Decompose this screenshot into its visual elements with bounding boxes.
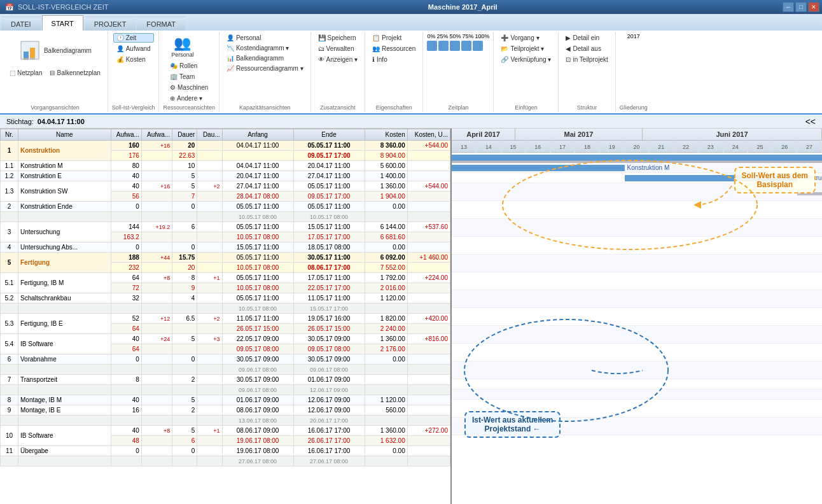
aufwand-button[interactable]: 👤 Aufwand	[113, 44, 154, 53]
minimize-btn[interactable]: ─	[783, 2, 794, 12]
table-row: 11 Übergabe 0 0 19.06.17 08:00 16.06.17 …	[1, 446, 450, 456]
gantt-row: Konstruktion E	[452, 173, 822, 183]
balkennetzplan-button[interactable]: ⊟ Balkennetzplan	[46, 68, 103, 78]
table-row: 1.1 Konstruktion M 80 10 04.04.17 11:00 …	[1, 161, 450, 171]
verknupfung-button[interactable]: 🔗 Verknüpfung ▾	[498, 55, 554, 64]
gantt-row: Konstruktion Ende	[452, 201, 822, 219]
col-header-aufwa: Aufwa...	[111, 129, 141, 141]
day-25: 25	[748, 141, 773, 153]
teilprojekt-button[interactable]: 📂 Teilprojekt ▾	[498, 44, 554, 53]
projekt-label: Projekt	[382, 34, 401, 41]
personal-kap-button[interactable]: 👤 Personal	[223, 33, 307, 43]
collapse-btn[interactable]: <<	[805, 116, 816, 127]
ribbon-group-eigenschaften: 📋 Projekt 👥 Ressourcen ℹ Info Eigenschaf…	[365, 32, 423, 112]
team-icon: 🏢	[170, 73, 178, 80]
progress-btn-25[interactable]	[438, 41, 449, 51]
verwalten-button[interactable]: 🗂 Verwalten	[315, 44, 361, 53]
title-bar: 📅 SOLL-IST-VERGLEICH ZEIT Maschine 2017_…	[0, 0, 822, 14]
progress-btn-50[interactable]	[450, 41, 460, 51]
personal-kap-label: Personal	[236, 34, 261, 41]
detail-teilprojekt-icon: ⊡	[566, 56, 571, 63]
tab-projekt[interactable]: PROJEKT	[85, 17, 136, 31]
table-body: 1Konstruktion160+162004.04.17 11:0005.05…	[1, 141, 450, 466]
ribbon-group-kapazitat: 👤 Personal 📉 Kostendiagramm ▾ 📊 Balkendi…	[219, 32, 311, 112]
month-mai: Mai 2017	[515, 129, 643, 140]
detail-aus-button[interactable]: ◀ Detail aus	[562, 44, 611, 53]
soll-ist-label: Soll-Ist-Vergleich	[112, 103, 155, 111]
anzeigen-button[interactable]: 👁 Anzeigen ▾	[315, 55, 361, 64]
progress-btn-75[interactable]	[461, 41, 471, 51]
gantt-row: Montage, IB E	[452, 389, 822, 400]
balkendiagramm-kap-button[interactable]: 📊 Balkendiagramm	[223, 53, 307, 63]
detail-ein-label: Detail ein	[573, 34, 599, 41]
tab-start[interactable]: START	[42, 15, 83, 31]
ribbon-sub-buttons: ⬚ Netzplan ⊟ Balkennetzplan	[6, 68, 104, 103]
day-24: 24	[723, 141, 748, 153]
progress-btn-0[interactable]	[427, 41, 437, 51]
gantt-row: Fertigung	[452, 255, 822, 272]
table-row: 5.1Fertigung, IB M64+88+105.05.17 11:001…	[1, 273, 450, 283]
detail-teilprojekt-button[interactable]: ⊡ in Teilprojekt	[562, 55, 611, 64]
andere-button[interactable]: ⊕ Andere ▾	[167, 94, 211, 103]
ressourcen-icon: 👥	[372, 45, 380, 52]
gantt-row: Untersuchung Abschluss	[452, 237, 822, 255]
zusatz-label: Zusatzansicht	[320, 103, 356, 111]
netzplan-label: Netzplan	[17, 69, 42, 76]
table-row: 5.4IB Software40+245+322.05.17 09:0030.0…	[1, 334, 450, 344]
gantt-row: IB Software	[452, 326, 822, 344]
close-btn[interactable]: ✕	[808, 2, 819, 12]
col-header-name: Name	[18, 129, 111, 141]
window-controls: ─ □ ✕	[783, 2, 819, 12]
teilprojekt-icon: 📂	[501, 45, 508, 52]
tab-datei[interactable]: DATEI	[1, 17, 41, 31]
day-17: 17	[550, 141, 575, 153]
app-icon: 📅	[5, 3, 14, 11]
team-button[interactable]: 🏢 Team	[167, 72, 211, 81]
maximize-btn[interactable]: □	[795, 2, 807, 12]
svg-rect-4	[30, 58, 35, 60]
personal-label: Personal	[171, 52, 194, 58]
gantt-area: April 2017 Mai 2017 Juni 2017 13 14 15 1…	[452, 129, 822, 504]
month-juni: Juni 2017	[643, 129, 822, 140]
col-header-dauerb: Dau...	[197, 129, 222, 141]
ressourcen-button[interactable]: 👥 Ressourcen	[369, 44, 419, 53]
verknupfung-label: Verknüpfung ▾	[510, 56, 551, 63]
kostendiagramm-button[interactable]: 📉 Kostendiagramm ▾	[223, 43, 307, 53]
kosten-button[interactable]: 💰 Kosten	[113, 55, 154, 64]
kostendiagramm-icon: 📉	[226, 45, 234, 52]
personal-big-button[interactable]: 👥 Personal	[167, 33, 199, 60]
speichern-button[interactable]: 💾 Speichern	[315, 33, 361, 43]
rollen-label: Rollen	[179, 62, 197, 69]
rollen-button[interactable]: 🎭 Rollen	[167, 61, 211, 71]
ribbon-group-personal: 👥 Personal 🎭 Rollen 🏢 Team ⚙ Maschinen ⊕…	[159, 32, 219, 112]
speichern-icon: 💾	[318, 34, 326, 41]
projekt-icon: 📋	[372, 34, 380, 41]
maschinen-button[interactable]: ⚙ Maschinen	[167, 83, 211, 92]
ressourcendiagramm-button[interactable]: 📈 Ressourcendiagramm ▾	[223, 64, 307, 73]
info-label: Info	[377, 56, 387, 63]
info-button[interactable]: ℹ Info	[369, 55, 419, 64]
balkendiagramm-kap-label: Balkendiagramm	[236, 55, 284, 62]
zeit-button[interactable]: 🕐 Zeit	[113, 33, 154, 43]
detail-ein-button[interactable]: ▶ Detail ein	[562, 33, 611, 43]
balkendiagramm-button[interactable]: Balkendiagramm	[15, 33, 95, 67]
gantt-row: Fertigung, IB E	[452, 308, 822, 326]
tab-format[interactable]: FORMAT	[137, 17, 185, 31]
ribbon: Balkendiagramm ⬚ Netzplan ⊟ Balkennetzpl…	[0, 31, 822, 115]
aufwand-label: Aufwand	[126, 45, 151, 52]
table-row-plan: 13.06.17 08:00 20.06.17 17:00	[1, 416, 450, 426]
netzplan-button[interactable]: ⬚ Netzplan	[6, 68, 45, 78]
detail-ein-icon: ▶	[566, 34, 571, 41]
gantt-row: Übergabe	[452, 417, 822, 435]
ribbon-group-content: Balkendiagramm	[15, 33, 95, 68]
vorgang-button[interactable]: ➕ Vorgang ▾	[498, 33, 554, 43]
vorgang-icon: ➕	[501, 34, 508, 41]
balkendiagramm-icon	[18, 35, 41, 66]
vorgang-label: Vorgang ▾	[510, 34, 539, 41]
verwalten-icon: 🗂	[318, 45, 324, 52]
table-row: 1.2 Konstruktion E 40 5 20.04.17 11:00 2…	[1, 171, 450, 181]
projekt-button[interactable]: 📋 Projekt	[369, 33, 419, 43]
progress-btn-100[interactable]	[473, 41, 483, 51]
kosten-label: Kosten	[126, 56, 146, 63]
table-row: 9 Montage, IB E 16 2 08.06.17 09:00 12.0…	[1, 405, 450, 416]
